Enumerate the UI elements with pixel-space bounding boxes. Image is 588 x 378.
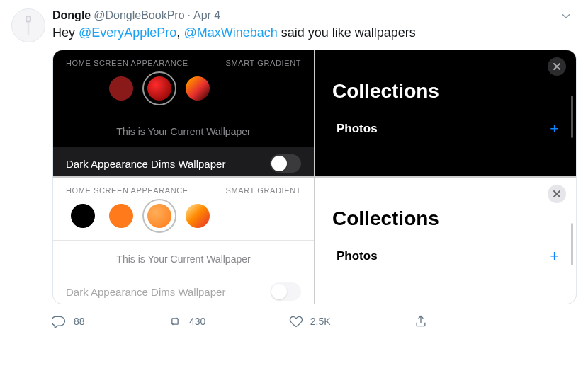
separator: · [188, 8, 191, 23]
close-button[interactable] [548, 185, 566, 203]
dark-dims-toggle[interactable] [270, 282, 301, 301]
retweet-count: 430 [189, 316, 205, 327]
color-swatch[interactable] [183, 202, 212, 230]
photos-row[interactable]: Photos + [315, 240, 576, 273]
add-button[interactable]: + [550, 247, 559, 265]
smart-gradient-label: SMART GRADIENT [226, 59, 301, 67]
svg-rect-2 [28, 22, 30, 35]
pane-dark-settings: HOME SCREEN APPEARANCE SMART GRADIENT Th… [53, 50, 314, 176]
retweet-button[interactable]: 430 [168, 314, 205, 328]
collections-title: Collections [315, 50, 576, 113]
close-icon [553, 62, 561, 71]
collections-title: Collections [315, 178, 576, 240]
retweet-icon [168, 314, 182, 328]
add-button[interactable]: + [550, 120, 559, 138]
pane-dark-collections: Collections Photos + [315, 50, 576, 176]
home-screen-appearance-label: HOME SCREEN APPEARANCE [66, 186, 188, 195]
color-swatch-selected[interactable] [145, 74, 174, 103]
reply-count: 88 [74, 316, 85, 327]
heart-icon [289, 314, 303, 328]
text-part: Hey [52, 25, 79, 40]
like-count: 2.5K [310, 316, 331, 327]
divider [53, 240, 314, 241]
tweet-text: Hey @EveryApplePro, @MaxWinebach said yo… [52, 24, 577, 41]
text-part: , [176, 25, 183, 40]
photos-row[interactable]: Photos + [315, 113, 576, 145]
color-swatch[interactable] [69, 74, 97, 103]
swatch-row [66, 74, 301, 103]
color-swatch[interactable] [107, 202, 135, 230]
close-button[interactable] [548, 57, 566, 76]
svg-rect-1 [27, 17, 29, 20]
tweet-menu-caret[interactable] [560, 10, 572, 25]
pane-light-settings: HOME SCREEN APPEARANCE SMART GRADIENT Th… [53, 178, 314, 304]
mention-link[interactable]: @EveryApplePro [79, 25, 176, 40]
display-name[interactable]: Dongle [52, 8, 91, 23]
current-wallpaper-label: This is Your Current Wallpaper [66, 120, 301, 147]
dark-dims-toggle[interactable] [270, 154, 301, 173]
tweet-date[interactable]: Apr 4 [193, 8, 220, 23]
text-part: said you like wallpapers [278, 25, 416, 40]
photos-label: Photos [337, 249, 378, 263]
dark-dims-label: Dark Appearance Dims Wallpaper [66, 158, 225, 170]
tweet-main: Dongle @DongleBookPro · Apr 4 Hey @Every… [52, 8, 577, 328]
share-icon [414, 314, 428, 328]
color-swatch[interactable] [69, 202, 97, 230]
scroll-indicator [571, 223, 573, 265]
current-wallpaper-label: This is Your Current Wallpaper [66, 248, 301, 275]
chevron-down-icon [560, 10, 572, 23]
divider [53, 113, 314, 113]
smart-gradient-label: SMART GRADIENT [226, 186, 301, 195]
avatar-column [11, 8, 52, 328]
dark-dims-row: Dark Appearance Dims Wallpaper [53, 147, 314, 176]
avatar[interactable] [11, 8, 45, 42]
color-swatch[interactable] [107, 74, 135, 103]
swatch-row [66, 202, 301, 230]
section-header-row: HOME SCREEN APPEARANCE SMART GRADIENT [66, 59, 301, 67]
color-swatch-selected[interactable] [145, 202, 174, 230]
pane-light-collections: Collections Photos + [315, 178, 576, 304]
tweet-header: Dongle @DongleBookPro · Apr 4 [52, 8, 577, 23]
section-header-row: HOME SCREEN APPEARANCE SMART GRADIENT [66, 186, 301, 195]
tweet-container: Dongle @DongleBookPro · Apr 4 Hey @Every… [0, 0, 588, 334]
like-button[interactable]: 2.5K [289, 314, 331, 328]
home-screen-appearance-label: HOME SCREEN APPEARANCE [66, 59, 188, 67]
mention-link[interactable]: @MaxWinebach [183, 25, 277, 40]
share-button[interactable] [414, 314, 428, 328]
media-grid[interactable]: HOME SCREEN APPEARANCE SMART GRADIENT Th… [52, 50, 577, 304]
color-swatch[interactable] [183, 74, 212, 103]
photos-label: Photos [337, 122, 378, 136]
reply-button[interactable]: 88 [52, 314, 85, 328]
dark-dims-label: Dark Appearance Dims Wallpaper [66, 286, 225, 298]
dongle-icon [21, 15, 36, 36]
dark-dims-row: Dark Appearance Dims Wallpaper [53, 275, 314, 304]
reply-icon [52, 314, 67, 328]
tweet-actions: 88 430 2.5K [52, 314, 449, 328]
close-icon [553, 190, 561, 198]
scroll-indicator [571, 96, 573, 138]
handle[interactable]: @DongleBookPro [94, 8, 184, 23]
